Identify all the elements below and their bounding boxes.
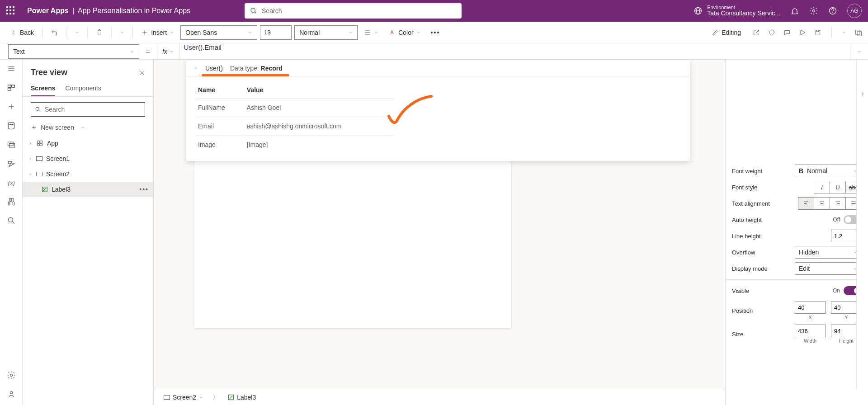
product-name: Power Apps — [27, 7, 69, 15]
media-icon[interactable] — [7, 140, 16, 149]
paste-menu[interactable] — [116, 25, 128, 40]
chevron-up-icon[interactable] — [193, 66, 198, 71]
chevron-down-icon — [348, 30, 353, 35]
undo-menu[interactable] — [71, 25, 83, 40]
play-icon[interactable] — [799, 29, 806, 36]
overflow-dropdown[interactable]: Hidden — [795, 246, 862, 259]
text-align-group — [798, 197, 862, 210]
position-x-input[interactable] — [795, 301, 826, 314]
new-screen-button[interactable]: New screen — [23, 122, 153, 136]
save-icon[interactable] — [814, 29, 821, 36]
tab-components[interactable]: Components — [65, 81, 101, 96]
prop-label: Auto height — [732, 217, 762, 223]
font-family-select[interactable]: Open Sans — [180, 25, 257, 40]
back-button[interactable]: Back — [6, 25, 38, 40]
prop-auto-height: Auto height Off — [726, 212, 868, 228]
svg-text:(x): (x) — [8, 179, 15, 186]
font-weight-dropdown[interactable]: B Normal — [795, 165, 862, 177]
environment-value: Tata Consultancy Servic... — [707, 10, 780, 17]
prop-label: Display mode — [732, 265, 768, 272]
col-value: Value — [244, 82, 394, 99]
breadcrumb-screen[interactable]: Screen2 — [160, 390, 207, 405]
display-mode-dropdown[interactable]: Edit — [795, 262, 862, 275]
back-label: Back — [20, 29, 34, 36]
breadcrumb-control[interactable]: Label3 — [224, 390, 259, 405]
app-launcher-icon[interactable] — [6, 6, 15, 15]
align-left-button[interactable] — [798, 197, 814, 210]
power-automate-icon[interactable] — [7, 159, 16, 168]
share-icon[interactable] — [753, 29, 760, 36]
separator — [66, 27, 66, 38]
fx-button[interactable]: fx — [157, 43, 179, 60]
environment-picker[interactable]: Environment Tata Consultancy Servic... — [693, 5, 780, 17]
prop-position: Position X Y — [726, 299, 868, 322]
chevron-down-icon — [130, 49, 134, 54]
separator — [831, 27, 832, 38]
help-icon[interactable] — [828, 6, 837, 15]
prop-label: Text alignment — [732, 200, 770, 207]
align-right-button[interactable] — [830, 197, 846, 210]
tree-item-screen2[interactable]: Screen2 — [23, 166, 153, 182]
font-size-input[interactable] — [260, 25, 292, 40]
align-center-button[interactable] — [814, 197, 830, 210]
result-table: NameValue FullNameAshish Goel Emailashis… — [186, 76, 690, 161]
svg-marker-16 — [801, 30, 805, 35]
tree-view-icon[interactable] — [7, 83, 16, 92]
insert-button[interactable]: Insert — [137, 25, 178, 40]
underline-button[interactable]: U — [830, 181, 846, 193]
prop-overflow: Overflow Hidden — [726, 244, 868, 260]
chevron-down-icon — [416, 30, 421, 35]
search-box[interactable]: Search — [245, 3, 462, 19]
comments-icon[interactable] — [783, 29, 791, 36]
color-button[interactable]: Color — [385, 25, 424, 40]
save-menu-chevron-icon[interactable] — [842, 30, 846, 35]
tree-search[interactable] — [31, 102, 145, 117]
tree-item-label3[interactable]: Label3 ••• — [23, 182, 153, 197]
more-icon[interactable]: ••• — [139, 186, 149, 193]
data-icon[interactable] — [7, 121, 16, 130]
col-name: Name — [195, 82, 244, 99]
tab-screens[interactable]: Screens — [31, 81, 55, 96]
tree-tabs: Screens Components — [23, 81, 153, 97]
editing-mode-button[interactable]: Editing — [708, 25, 745, 40]
color-label: Color — [398, 29, 413, 36]
search-icon — [35, 106, 41, 113]
virtual-agent-icon[interactable] — [7, 390, 16, 399]
variables-icon[interactable]: (x) — [7, 178, 16, 187]
app-checker-icon[interactable] — [768, 29, 775, 36]
prop-label: Font style — [732, 184, 757, 191]
hamburger-icon[interactable] — [7, 64, 16, 73]
pencil-icon — [712, 29, 719, 36]
svg-line-39 — [38, 110, 40, 112]
font-weight-select[interactable]: Normal — [294, 25, 358, 40]
settings-icon[interactable] — [809, 6, 818, 15]
tree-item-label: Screen2 — [46, 170, 70, 178]
more-commands[interactable]: ••• — [427, 25, 444, 40]
tree-item-screen1[interactable]: Screen1 — [23, 151, 153, 166]
size-width-input[interactable] — [795, 325, 826, 337]
tree-search-input[interactable] — [45, 106, 141, 113]
side-expand-toggle[interactable] — [856, 60, 868, 389]
settings-rail-icon[interactable] — [7, 371, 16, 380]
search-rail-icon[interactable] — [7, 216, 16, 225]
prop-font-style: Font style I U abc — [726, 179, 868, 195]
tree-item-app[interactable]: App — [23, 136, 153, 151]
close-icon[interactable] — [139, 70, 145, 76]
result-function: User() — [205, 65, 223, 72]
formula-bar: Text = fx User().Email — [0, 43, 868, 60]
align-button[interactable] — [360, 25, 382, 40]
undo-button[interactable] — [47, 25, 61, 40]
publish-icon[interactable] — [854, 29, 862, 36]
svg-rect-17 — [816, 30, 818, 31]
paste-button[interactable] — [92, 25, 107, 40]
formula-input[interactable]: User().Email — [179, 43, 850, 60]
font-style-group: I U abc — [814, 181, 862, 193]
property-selector[interactable]: Text — [8, 44, 139, 59]
environment-label: Environment — [707, 5, 780, 10]
insert-rail-icon[interactable] — [7, 102, 16, 111]
notifications-icon[interactable] — [790, 6, 799, 15]
tools-icon[interactable] — [7, 197, 16, 206]
italic-button[interactable]: I — [814, 181, 830, 193]
user-avatar[interactable]: AG — [847, 4, 862, 18]
expand-formula-button[interactable] — [850, 43, 868, 60]
